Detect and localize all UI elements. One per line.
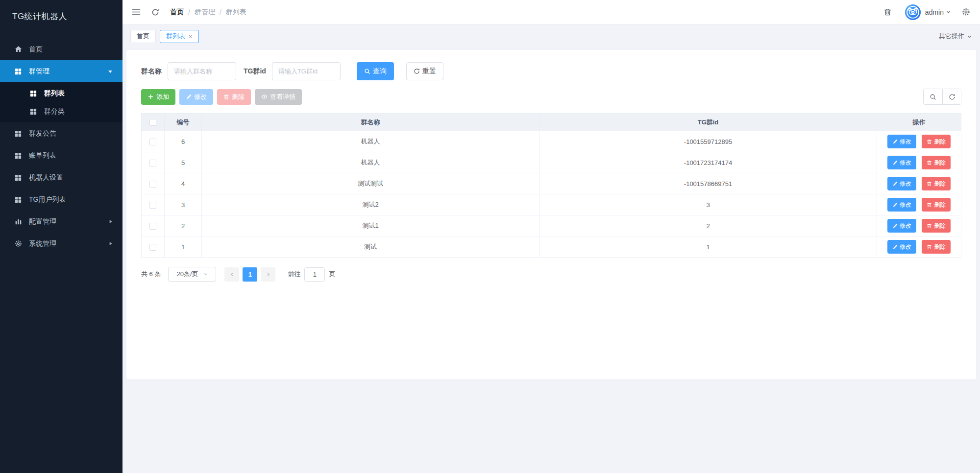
trash-icon: [927, 244, 932, 250]
breadcrumb-group-list: 群列表: [226, 8, 246, 17]
select-all-checkbox[interactable]: [149, 119, 156, 126]
trash-icon: [927, 202, 932, 208]
row-delete-button[interactable]: 删除: [922, 219, 951, 233]
row-delete-button[interactable]: 删除: [922, 198, 951, 212]
row-delete-button[interactable]: 删除: [922, 240, 951, 254]
row-edit-button[interactable]: 修改: [887, 240, 916, 254]
search-icon: [364, 68, 370, 74]
table-search-toggle-button[interactable]: [924, 89, 942, 104]
search-icon: [930, 94, 936, 100]
chevron-down-icon: [967, 34, 972, 39]
table-tools: [923, 89, 961, 105]
column-header-name: 群名称: [202, 114, 539, 131]
sidebar-item-tg-users[interactable]: TG用户列表: [0, 189, 122, 211]
table-row: 4 测试测试 -1001578669751 修改: [142, 173, 961, 194]
sidebar-item-system-management[interactable]: 系统管理: [0, 233, 122, 255]
row-checkbox[interactable]: [149, 244, 156, 251]
row-edit-button[interactable]: 修改: [887, 156, 916, 169]
plus-icon: [147, 94, 154, 100]
trash-icon: [223, 94, 229, 100]
edit-button-label: 修改: [194, 93, 207, 101]
page-number-button[interactable]: 1: [243, 267, 257, 282]
delete-button-label: 删除: [232, 93, 245, 101]
sidebar-item-home[interactable]: 首页: [0, 38, 122, 60]
cell-name: 机器人: [202, 152, 539, 173]
group-table: 编号 群名称 TG群id 操作 6 机器人 -1001559712895: [141, 113, 961, 258]
prev-page-button[interactable]: [224, 267, 239, 282]
gear-icon: [14, 240, 22, 248]
row-delete-label: 删除: [934, 138, 946, 146]
caret-right-icon: [108, 219, 113, 224]
sidebar-item-label: 首页: [29, 45, 43, 54]
row-edit-button[interactable]: 修改: [887, 219, 916, 233]
goto-page-input[interactable]: [304, 267, 325, 282]
query-button[interactable]: 查询: [357, 62, 394, 80]
sidebar-item-group-category[interactable]: 群分类: [0, 102, 122, 120]
header-select-all: [142, 114, 165, 131]
settings-button[interactable]: [962, 8, 970, 16]
row-checkbox[interactable]: [149, 181, 156, 188]
column-header-tgid: TG群id: [539, 114, 877, 131]
other-operations-dropdown[interactable]: 其它操作: [939, 32, 972, 41]
cell-tgid: -1001559712895: [539, 131, 877, 152]
sidebar-fold-button[interactable]: [132, 8, 141, 16]
table-row: 6 机器人 -1001559712895 修改: [142, 131, 961, 152]
row-delete-label: 删除: [934, 159, 946, 167]
row-edit-label: 修改: [900, 243, 911, 251]
refresh-icon: [949, 94, 956, 100]
group-name-input[interactable]: [168, 62, 236, 80]
chevron-down-icon: [946, 9, 951, 15]
sidebar-submenu-group-management: 群列表 群分类: [0, 82, 122, 122]
row-delete-button[interactable]: 删除: [922, 135, 951, 148]
add-button[interactable]: 添加: [141, 89, 175, 105]
row-edit-label: 修改: [900, 222, 911, 230]
grid-icon: [14, 174, 22, 182]
sidebar-item-bill-list[interactable]: 账单列表: [0, 144, 122, 166]
row-checkbox[interactable]: [149, 202, 156, 209]
next-page-button[interactable]: [261, 267, 275, 282]
sidebar-item-bot-settings[interactable]: 机器人设置: [0, 166, 122, 189]
page-size-select[interactable]: 20条/页: [168, 267, 216, 282]
tg-group-id-input[interactable]: [272, 62, 341, 80]
table-refresh-button[interactable]: [942, 89, 961, 104]
sidebar-item-label: TG用户列表: [29, 195, 66, 204]
reset-button[interactable]: 重置: [406, 62, 443, 80]
search-form: 群名称 TG群id 查询 重置: [141, 62, 961, 80]
row-edit-button[interactable]: 修改: [887, 135, 916, 148]
fold-icon: [132, 8, 141, 16]
breadcrumb-separator: /: [220, 8, 221, 16]
page-size-value: 20条/页: [176, 270, 198, 279]
sidebar-item-config-management[interactable]: 配置管理: [0, 211, 122, 233]
close-icon[interactable]: ×: [189, 33, 193, 40]
grid-icon: [14, 196, 22, 204]
clear-cache-button[interactable]: [883, 8, 892, 16]
row-edit-button[interactable]: 修改: [887, 198, 916, 212]
sidebar-item-label: 群列表: [44, 89, 65, 98]
row-edit-button[interactable]: 修改: [887, 177, 916, 190]
view-detail-button-disabled[interactable]: 查看详情: [255, 89, 302, 105]
caret-down-icon: [108, 69, 113, 74]
row-delete-button[interactable]: 删除: [922, 156, 951, 169]
row-checkbox[interactable]: [149, 139, 156, 145]
sidebar-item-group-management[interactable]: 群管理: [0, 60, 122, 82]
refresh-page-button[interactable]: [151, 8, 159, 16]
edit-button-disabled[interactable]: 修改: [179, 89, 213, 105]
gear-icon: [962, 8, 970, 16]
avatar[interactable]: [905, 4, 921, 21]
bar-chart-icon: [14, 218, 22, 226]
delete-button-disabled[interactable]: 删除: [217, 89, 251, 105]
sidebar-item-broadcast[interactable]: 群发公告: [0, 122, 122, 144]
row-checkbox[interactable]: [149, 160, 156, 166]
chevron-left-icon: [229, 272, 235, 277]
total-count: 共 6 条: [141, 270, 161, 279]
tg-group-id-label: TG群id: [244, 67, 266, 76]
tab-home[interactable]: 首页: [130, 30, 156, 43]
goto-label: 前往: [288, 270, 300, 279]
breadcrumb-home[interactable]: 首页: [170, 8, 184, 17]
row-delete-button[interactable]: 删除: [922, 177, 951, 190]
user-menu[interactable]: admin: [925, 8, 951, 16]
row-checkbox[interactable]: [149, 223, 156, 230]
sidebar-item-group-list[interactable]: 群列表: [0, 84, 122, 102]
view-detail-button-label: 查看详情: [270, 93, 295, 101]
tab-group-list[interactable]: 群列表 ×: [160, 30, 199, 43]
